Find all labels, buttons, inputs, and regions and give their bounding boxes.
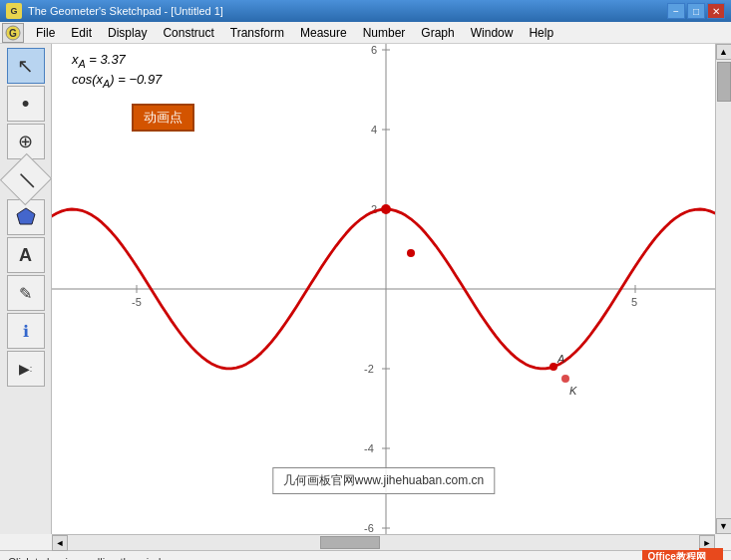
vertical-scrollbar[interactable]: ▲ ▼ — [715, 44, 731, 534]
scroll-left-button[interactable]: ◄ — [52, 535, 68, 551]
scroll-thumb-v[interactable] — [717, 62, 731, 102]
menu-file[interactable]: File — [28, 24, 63, 42]
svg-text:6: 6 — [371, 44, 377, 56]
play-tool[interactable]: ▶: — [7, 351, 45, 387]
menu-graph[interactable]: Graph — [413, 24, 462, 42]
select-tool[interactable]: ↖ — [7, 48, 45, 84]
window-title: The Geometer's Sketchpad - [Untitled 1] — [28, 5, 223, 17]
menu-construct[interactable]: Construct — [155, 24, 221, 42]
canvas-labels: xA = 3.37 cos(xA) = −0.97 — [72, 52, 162, 91]
svg-text:G: G — [9, 28, 17, 39]
menu-edit[interactable]: Edit — [63, 24, 100, 42]
title-bar: G The Geometer's Sketchpad - [Untitled 1… — [0, 0, 731, 22]
scroll-track-h[interactable] — [68, 535, 699, 550]
menu-transform[interactable]: Transform — [222, 24, 292, 42]
svg-text:4: 4 — [371, 124, 377, 136]
office-logo-text: Office教程网 — [648, 550, 718, 560]
svg-text:A: A — [556, 353, 564, 365]
scroll-thumb-h[interactable] — [320, 536, 380, 549]
svg-text:-5: -5 — [132, 296, 142, 308]
status-message: Click to begin scrolling the window — [8, 556, 176, 561]
menu-number[interactable]: Number — [355, 24, 414, 42]
svg-text:-6: -6 — [364, 522, 374, 534]
canvas-area[interactable]: -5 5 2 4 6 -2 -4 -6 — [52, 44, 715, 534]
app-icon: G — [6, 3, 22, 19]
main-area: ↖ • ⊕ | A ✎ ℹ ▶: -5 5 — [0, 44, 731, 534]
menu-measure[interactable]: Measure — [292, 24, 355, 42]
svg-point-26 — [561, 375, 569, 383]
menu-display[interactable]: Display — [100, 24, 155, 42]
scroll-track-v[interactable] — [716, 60, 732, 518]
marker-tool[interactable]: ✎ — [7, 275, 45, 311]
point-tool[interactable]: • — [7, 86, 45, 122]
svg-text:5: 5 — [631, 296, 637, 308]
scroll-down-button[interactable]: ▼ — [716, 518, 732, 534]
scroll-up-button[interactable]: ▲ — [716, 44, 732, 60]
info-tool[interactable]: ℹ — [7, 313, 45, 349]
svg-text:K: K — [569, 385, 577, 397]
close-button[interactable]: ✕ — [707, 3, 725, 19]
menu-window[interactable]: Window — [463, 24, 522, 42]
svg-text:-4: -4 — [364, 442, 374, 454]
text-tool[interactable]: A — [7, 237, 45, 273]
window-controls: − □ ✕ — [667, 3, 725, 19]
menu-bar: G File Edit Display Construct Transform … — [0, 22, 731, 44]
svg-point-23 — [407, 249, 415, 257]
status-bar: Click to begin scrolling the window Offi… — [0, 550, 731, 560]
menu-app-icon[interactable]: G — [2, 23, 24, 43]
maximize-button[interactable]: □ — [687, 3, 705, 19]
horizontal-scrollbar[interactable]: ◄ ► — [52, 534, 715, 550]
xa-label: xA = 3.37 — [72, 52, 162, 70]
minimize-button[interactable]: − — [667, 3, 685, 19]
animate-button[interactable]: 动画点 — [132, 104, 194, 132]
watermark: 几何画板官网www.jihehuaban.com.cn — [272, 467, 495, 494]
straightedge-tool[interactable]: | — [0, 153, 52, 205]
menu-help[interactable]: Help — [521, 24, 561, 42]
cos-label: cos(xA) = −0.97 — [72, 72, 162, 90]
svg-point-22 — [381, 204, 391, 214]
toolbar: ↖ • ⊕ | A ✎ ℹ ▶: — [0, 44, 52, 534]
svg-point-24 — [549, 363, 557, 371]
svg-text:-2: -2 — [364, 363, 374, 375]
svg-marker-2 — [17, 208, 35, 224]
